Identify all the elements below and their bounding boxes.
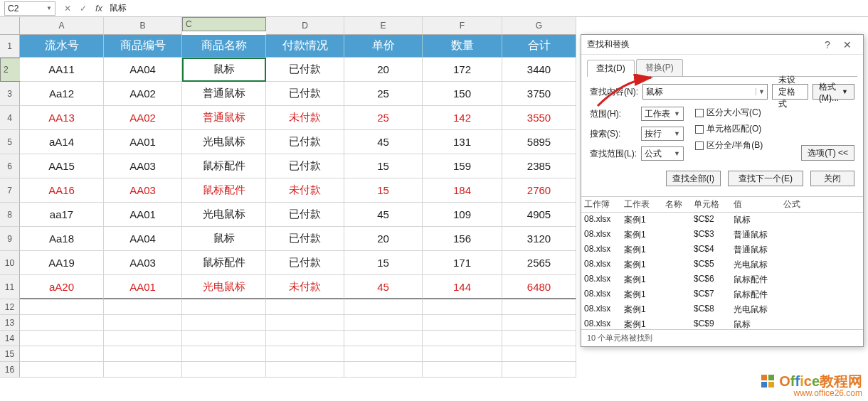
cell[interactable]: AA11 xyxy=(20,58,104,82)
cell[interactable]: Aa12 xyxy=(20,82,104,106)
cell[interactable] xyxy=(502,331,576,346)
options-button[interactable]: 选项(T) << xyxy=(801,145,854,161)
cell[interactable]: 45 xyxy=(344,203,423,227)
select-all-corner[interactable] xyxy=(0,17,20,35)
accept-icon[interactable]: ✓ xyxy=(78,4,88,14)
cell[interactable]: AA16 xyxy=(20,178,104,203)
search-select[interactable]: 按行▼ xyxy=(641,127,684,141)
cell[interactable]: AA03 xyxy=(104,154,182,178)
col-header-G[interactable]: G xyxy=(502,17,576,35)
col-header-B[interactable]: B xyxy=(104,17,182,35)
row-header-1[interactable]: 1 xyxy=(0,35,20,58)
cell[interactable] xyxy=(20,346,104,362)
cell[interactable] xyxy=(502,315,576,331)
cell[interactable] xyxy=(344,315,423,331)
cell[interactable] xyxy=(502,346,576,362)
row-header-13[interactable]: 13 xyxy=(0,315,20,331)
cell[interactable]: 未付款 xyxy=(266,178,344,203)
cell[interactable]: 未付款 xyxy=(266,275,344,299)
header-cell[interactable]: 流水号 xyxy=(20,35,104,58)
formula-input[interactable]: 鼠标 xyxy=(107,2,868,14)
cell[interactable] xyxy=(266,331,344,346)
cell[interactable]: 光电鼠标 xyxy=(182,203,266,227)
row-header-11[interactable]: 11 xyxy=(0,275,20,299)
no-format-button[interactable]: 未设定格式 xyxy=(772,84,808,100)
cell[interactable] xyxy=(344,362,423,378)
row-header-9[interactable]: 9 xyxy=(0,227,20,251)
cell[interactable]: 156 xyxy=(423,227,502,251)
cell[interactable]: aa17 xyxy=(20,203,104,227)
cell[interactable]: 光电鼠标 xyxy=(182,275,266,299)
header-cell[interactable]: 数量 xyxy=(423,35,502,58)
cell[interactable]: AA03 xyxy=(104,178,182,203)
cell[interactable]: AA03 xyxy=(104,251,182,275)
cell[interactable] xyxy=(502,299,576,315)
cell[interactable]: 172 xyxy=(423,58,502,82)
row-header-7[interactable]: 7 xyxy=(0,178,20,203)
cell[interactable] xyxy=(423,362,502,378)
row-header-5[interactable]: 5 xyxy=(0,130,20,154)
result-row[interactable]: 08.xlsx案例1$C$6鼠标配件 xyxy=(581,272,863,287)
cell[interactable]: 3550 xyxy=(502,106,576,130)
cell[interactable] xyxy=(344,331,423,346)
cell[interactable]: 15 xyxy=(344,178,423,203)
cell[interactable] xyxy=(104,299,182,315)
cell[interactable]: 5895 xyxy=(502,130,576,154)
match-width-checkbox[interactable]: 区分全/半角(B) xyxy=(695,139,763,151)
cell[interactable]: aA20 xyxy=(20,275,104,299)
cell[interactable]: 已付款 xyxy=(266,251,344,275)
row-header-6[interactable]: 6 xyxy=(0,154,20,178)
result-row[interactable]: 08.xlsx案例1$C$2鼠标 xyxy=(581,213,863,228)
cell[interactable] xyxy=(20,315,104,331)
col-header-F[interactable]: F xyxy=(423,17,502,35)
row-header-16[interactable]: 16 xyxy=(0,362,20,378)
name-box[interactable]: C2 ▼ xyxy=(4,1,55,16)
format-button[interactable]: 格式(M)...▼ xyxy=(813,84,854,100)
cell[interactable]: AA01 xyxy=(104,275,182,299)
find-next-button[interactable]: 查找下一个(E) xyxy=(728,171,803,186)
header-cell[interactable]: 付款情况 xyxy=(266,35,344,58)
cell[interactable]: 2565 xyxy=(502,251,576,275)
cell[interactable]: AA13 xyxy=(20,106,104,130)
result-row[interactable]: 08.xlsx案例1$C$5光电鼠标 xyxy=(581,257,863,272)
cell[interactable] xyxy=(266,346,344,362)
cell[interactable] xyxy=(104,331,182,346)
cell[interactable]: AA04 xyxy=(104,227,182,251)
cell[interactable]: 6480 xyxy=(502,275,576,299)
cell[interactable] xyxy=(423,331,502,346)
cell[interactable]: AA02 xyxy=(104,106,182,130)
cell[interactable]: 鼠标 xyxy=(182,58,266,82)
find-all-button[interactable]: 查找全部(I) xyxy=(666,171,721,186)
cell[interactable]: 2760 xyxy=(502,178,576,203)
cell[interactable]: 3120 xyxy=(502,227,576,251)
cell[interactable]: AA19 xyxy=(20,251,104,275)
header-cell[interactable]: 单价 xyxy=(344,35,423,58)
header-cell[interactable]: 合计 xyxy=(502,35,576,58)
cell[interactable] xyxy=(423,346,502,362)
cell[interactable]: AA02 xyxy=(104,82,182,106)
col-header-A[interactable]: A xyxy=(20,17,104,35)
col-header-E[interactable]: E xyxy=(344,17,423,35)
cell[interactable] xyxy=(104,315,182,331)
close-button[interactable]: 关闭 xyxy=(810,171,854,186)
cell[interactable] xyxy=(20,299,104,315)
cell[interactable] xyxy=(266,315,344,331)
cell[interactable] xyxy=(20,362,104,378)
cell[interactable]: 142 xyxy=(423,106,502,130)
cell[interactable] xyxy=(182,362,266,378)
help-icon[interactable]: ? xyxy=(817,39,837,50)
cell[interactable]: 109 xyxy=(423,203,502,227)
result-row[interactable]: 08.xlsx案例1$C$3普通鼠标 xyxy=(581,228,863,242)
cell[interactable] xyxy=(182,299,266,315)
match-case-checkbox[interactable]: 区分大小写(C) xyxy=(695,107,763,119)
result-row[interactable]: 08.xlsx案例1$C$7鼠标配件 xyxy=(581,287,863,302)
dialog-titlebar[interactable]: 查找和替换 ? ✕ xyxy=(581,35,863,55)
cell[interactable]: 光电鼠标 xyxy=(182,130,266,154)
col-header-C[interactable]: C xyxy=(182,17,266,31)
row-header-15[interactable]: 15 xyxy=(0,346,20,362)
header-cell[interactable]: 商品编号 xyxy=(104,35,182,58)
cell[interactable]: 普通鼠标 xyxy=(182,82,266,106)
close-icon[interactable]: ✕ xyxy=(837,39,857,50)
result-row[interactable]: 08.xlsx案例1$C$8光电鼠标 xyxy=(581,302,863,317)
cell[interactable] xyxy=(182,315,266,331)
